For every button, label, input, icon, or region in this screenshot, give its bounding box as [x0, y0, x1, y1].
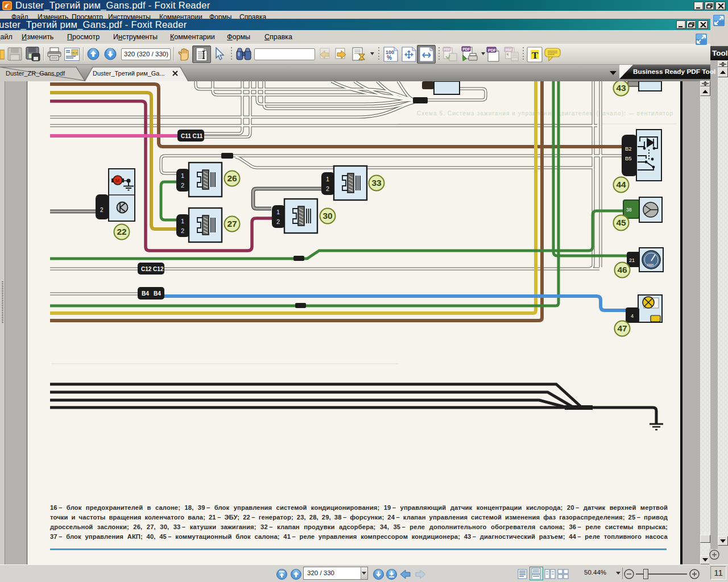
svg-text:45: 45 — [616, 218, 626, 227]
svg-text:4: 4 — [631, 313, 634, 319]
svg-text:21: 21 — [629, 257, 635, 263]
svg-text:30: 30 — [322, 211, 332, 221]
svg-text:PDF: PDF — [488, 48, 497, 52]
svg-text:47: 47 — [617, 323, 627, 333]
svg-text:%: % — [387, 55, 392, 61]
svg-text:Duster_ZR_Gans.pdf: Duster_ZR_Gans.pdf — [6, 70, 65, 77]
svg-text:PDF: PDF — [444, 48, 450, 51]
svg-text:Схема 5. Система зажигания и у: Схема 5. Система зажигания и управления … — [417, 110, 673, 117]
svg-text:27: 27 — [227, 219, 237, 228]
svg-text:C12 C12: C12 C12 — [141, 266, 164, 272]
svg-text:2: 2 — [100, 207, 104, 213]
svg-text:33: 33 — [371, 178, 382, 188]
svg-text:43: 43 — [616, 83, 626, 93]
svg-text:Duster_Третий рим_Ga...: Duster_Третий рим_Ga... — [93, 70, 165, 77]
svg-text:22: 22 — [117, 227, 126, 236]
svg-text:B4 B4: B4 B4 — [142, 290, 161, 297]
svg-text:38: 38 — [626, 207, 632, 213]
svg-text:M: M — [115, 177, 120, 184]
svg-text:KM/H: KM/H — [647, 264, 653, 267]
svg-text:26: 26 — [227, 173, 237, 183]
svg-text:C11 C11: C11 C11 — [181, 133, 203, 139]
svg-text:PDF: PDF — [506, 48, 512, 52]
svg-text:46: 46 — [617, 265, 627, 275]
svg-text:B2: B2 — [625, 146, 632, 152]
svg-text:44: 44 — [616, 180, 626, 189]
svg-text:B5: B5 — [625, 155, 632, 161]
svg-text:T: T — [532, 50, 539, 61]
svg-text:PDF: PDF — [463, 47, 470, 51]
